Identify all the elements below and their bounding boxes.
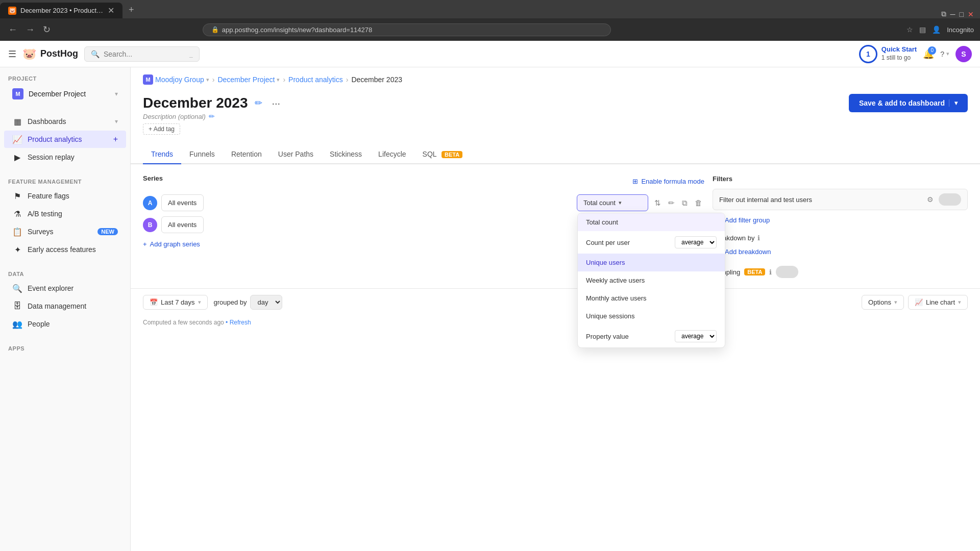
surveys-icon: 📋 <box>12 227 22 237</box>
search-icon: 🔍 <box>91 50 100 58</box>
dropdown-item-monthly-active-users[interactable]: Monthly active users <box>578 289 725 307</box>
sidebar-item-dashboards[interactable]: ▦ Dashboards ▾ <box>4 113 126 130</box>
dropdown-item-count-per-user[interactable]: Count per user average <box>578 231 725 254</box>
browser-controls: ⧉ ─ □ ✕ <box>935 10 980 18</box>
tab-sql[interactable]: SQL BETA <box>414 145 471 164</box>
bookmark-icon[interactable]: ☆ <box>906 26 913 34</box>
filters-section: Filters Filter out internal and test use… <box>713 174 968 278</box>
series-a-edit-btn[interactable]: ✏ <box>666 196 677 210</box>
sidebar-item-session-replay[interactable]: ▶ Session replay <box>4 148 126 166</box>
ab-testing-icon: ⚗ <box>12 209 22 219</box>
add-tag-btn[interactable]: + Add tag <box>143 123 180 135</box>
unique-users-label: Unique users <box>586 259 625 266</box>
add-series-btn[interactable]: + Add graph series <box>143 238 200 250</box>
refresh-link[interactable]: • Refresh <box>226 319 251 326</box>
sidebar-item-product-analytics[interactable]: 📈 Product analytics + <box>4 131 126 148</box>
group-select[interactable]: day <box>250 295 282 310</box>
notifications-btn[interactable]: 🔔 0 <box>923 48 934 60</box>
filters-header: Filters <box>713 175 732 183</box>
chart-type-btn[interactable]: 📈 Line chart ▾ <box>908 295 968 310</box>
dropdown-item-weekly-active-users[interactable]: Weekly active users <box>578 271 725 289</box>
edit-title-btn[interactable]: ✏ <box>253 95 264 111</box>
back-btn[interactable]: ← <box>6 22 19 37</box>
sidebar-item-product-analytics-label: Product analytics <box>28 135 108 143</box>
breadcrumb-group[interactable]: M Moodjoy Group ▾ <box>143 74 209 85</box>
minimize-icon[interactable]: ─ <box>950 10 955 18</box>
dropdown-scroll[interactable]: Total count Count per user average <box>578 213 725 347</box>
profile-icon[interactable]: 👤 <box>932 26 941 34</box>
tabs-bar: Trends Funnels Retention User Paths Stic… <box>131 145 980 164</box>
series-b-event-select[interactable]: All events <box>161 216 204 233</box>
browser-tab[interactable]: 🐷 December 2023 • Product analy... ✕ <box>0 3 122 18</box>
breadcrumb-project[interactable]: December Project ▾ <box>217 76 280 84</box>
options-btn[interactable]: Options ▾ <box>862 295 904 310</box>
tab-close-btn[interactable]: ✕ <box>108 6 114 15</box>
breakdown-section: Breakdown by ℹ + + Add breakdown <box>713 234 968 258</box>
property-value-select[interactable]: average <box>675 330 717 342</box>
save-dashboard-btn[interactable]: Save & add to dashboard ▾ <box>849 94 968 112</box>
tab-lifecycle[interactable]: Lifecycle <box>370 145 414 164</box>
tab-retention[interactable]: Retention <box>223 145 270 164</box>
sidebar-item-surveys[interactable]: 📋 Surveys NEW <box>4 223 126 240</box>
series-a-copy-btn[interactable]: ⧉ <box>680 196 690 210</box>
main-content: M Moodjoy Group ▾ › December Project ▾ ›… <box>131 67 980 551</box>
count-per-user-select[interactable]: average <box>675 236 717 248</box>
maximize-icon[interactable]: □ <box>960 10 964 18</box>
restore-icon[interactable]: ⧉ <box>941 10 946 18</box>
formula-mode-btn[interactable]: ⊞ Enable formula mode <box>632 178 704 185</box>
sidebar-toggle-btn[interactable]: ☰ <box>8 48 16 60</box>
sidebar-item-feature-flags[interactable]: ⚑ Feature flags <box>4 187 126 205</box>
breadcrumb-section[interactable]: Product analytics <box>288 76 343 84</box>
tab-stickiness[interactable]: Stickiness <box>322 145 370 164</box>
dropdown-item-total-count[interactable]: Total count <box>578 213 725 231</box>
sidebar-item-ab-testing[interactable]: ⚗ A/B testing <box>4 205 126 222</box>
avatar[interactable]: S <box>955 46 972 62</box>
help-arrow: ▾ <box>946 51 949 57</box>
tab-user-paths[interactable]: User Paths <box>270 145 322 164</box>
address-bar[interactable]: 🔒 app.posthog.com/insights/new?dashboard… <box>203 23 611 36</box>
help-btn[interactable]: ? ▾ <box>940 50 949 58</box>
project-dropdown-icon: ▾ <box>115 90 118 97</box>
series-a-delete-btn[interactable]: 🗑 <box>693 196 704 209</box>
sidebar-item-event-explorer-label: Event explorer <box>28 284 118 292</box>
series-a-event-select[interactable]: All events <box>161 194 204 211</box>
more-options-btn[interactable]: ··· <box>270 95 282 111</box>
computed-label: Computed a few seconds ago <box>143 319 224 326</box>
product-analytics-plus[interactable]: + <box>113 135 118 144</box>
breakdown-info-icon[interactable]: ℹ <box>757 234 760 242</box>
sidebar-item-early-access[interactable]: ✦ Early access features <box>4 241 126 258</box>
tab-funnels[interactable]: Funnels <box>181 145 223 164</box>
filter-row-internal: Filter out internal and test users ⚙ <box>713 189 968 210</box>
sampling-toggle[interactable] <box>776 266 798 278</box>
dropdown-item-unique-sessions[interactable]: Unique sessions <box>578 307 725 325</box>
sidebar-project[interactable]: M December Project ▾ <box>4 84 126 104</box>
date-picker[interactable]: 📅 Last 7 days ▾ <box>143 295 208 310</box>
description-edit-btn[interactable]: ✏ <box>209 112 215 120</box>
series-row-a: A All events Total count ▾ <box>143 194 704 211</box>
add-series-plus-icon: + <box>143 240 147 248</box>
filter-gear-icon[interactable]: ⚙ <box>927 195 934 204</box>
search-input[interactable] <box>104 50 185 58</box>
sidebar-item-event-explorer[interactable]: 🔍 Event explorer <box>4 280 126 297</box>
forward-btn[interactable]: → <box>23 22 37 37</box>
breadcrumb-sep-1: › <box>212 76 215 84</box>
filter-toggle[interactable] <box>939 193 961 206</box>
refresh-btn[interactable]: ↻ <box>41 22 53 37</box>
metric-select-a[interactable]: Total count ▾ Total count Count per user <box>577 194 648 211</box>
formula-icon: ⊞ <box>632 178 638 185</box>
quick-start-btn[interactable]: 1 Quick Start 1 still to go <box>859 45 917 63</box>
sidebar-item-people[interactable]: 👥 People <box>4 315 126 333</box>
series-letter-b: B <box>143 218 157 232</box>
sampling-info-icon[interactable]: ℹ <box>769 268 772 276</box>
sidebar-toggle-icon[interactable]: ▤ <box>919 26 926 34</box>
sidebar-item-data-management[interactable]: 🗄 Data management <box>4 297 126 315</box>
feature-management-section: FEATURE MANAGEMENT ⚑ Feature flags ⚗ A/B… <box>0 170 130 263</box>
search-box[interactable]: 🔍 _ <box>84 46 200 62</box>
add-breakdown-label: + Add breakdown <box>720 248 771 256</box>
series-a-filter-btn[interactable]: ⇅ <box>652 196 663 210</box>
dropdown-item-property-value[interactable]: Property value average <box>578 325 725 347</box>
new-tab-btn[interactable]: + <box>122 2 140 18</box>
tab-trends[interactable]: Trends <box>143 145 181 164</box>
close-window-icon[interactable]: ✕ <box>968 10 974 18</box>
dropdown-item-unique-users[interactable]: Unique users <box>578 254 725 271</box>
